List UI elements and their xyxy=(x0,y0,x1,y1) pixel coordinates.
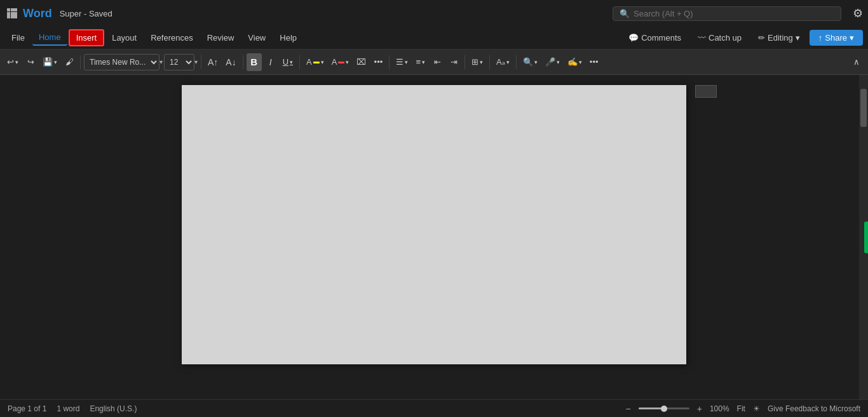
zoom-slider-track[interactable] xyxy=(639,407,689,409)
toolbar-separator-4 xyxy=(299,55,300,69)
right-menu-btns: 💬 Comments 〰 Catch up ✏ Editing ▾ ↑ Shar… xyxy=(621,29,863,46)
svg-rect-2 xyxy=(14,8,17,11)
search-bar[interactable]: 🔍 xyxy=(613,6,841,21)
expand-toolbar-button[interactable]: ••• xyxy=(587,53,602,71)
more-options-button[interactable]: ••• xyxy=(370,53,386,71)
italic-button[interactable]: I xyxy=(263,53,278,71)
toolbar-separator-3 xyxy=(243,55,243,69)
editing-button[interactable]: ✏ Editing ▾ xyxy=(751,29,807,46)
increase-font-button[interactable]: A↑ xyxy=(205,53,221,71)
catchup-icon: 〰 xyxy=(698,33,706,43)
editing-chevron: ▾ xyxy=(796,33,800,43)
decrease-indent-icon: ⇤ xyxy=(434,57,441,67)
search-input[interactable] xyxy=(634,9,834,18)
search-icon: 🔍 xyxy=(620,9,630,18)
decrease-font-button[interactable]: A↓ xyxy=(222,53,239,71)
styles-icon: Aₐ xyxy=(496,57,505,67)
align-chevron: ▾ xyxy=(480,59,483,65)
dictate-chevron: ▾ xyxy=(557,59,560,65)
comments-button[interactable]: 💬 Comments xyxy=(621,29,688,46)
align-button[interactable]: ⊞ ▾ xyxy=(468,53,486,71)
save-button[interactable]: 💾 ▾ xyxy=(39,53,60,71)
find-button[interactable]: 🔍 ▾ xyxy=(520,53,541,71)
underline-button[interactable]: U ▾ xyxy=(280,53,296,71)
toolbar-separator-1 xyxy=(80,55,81,69)
feedback-label[interactable]: Give Feedback to Microsoft xyxy=(768,404,860,413)
clear-format-button[interactable]: ⌧ xyxy=(353,53,369,71)
collapse-toolbar-button[interactable]: ∧ xyxy=(849,53,864,71)
zoom-minus[interactable]: − xyxy=(626,404,631,414)
numbered-list-icon: ≡ xyxy=(416,57,421,67)
clear-format-icon: ⌧ xyxy=(356,57,366,67)
svg-rect-1 xyxy=(11,8,14,11)
toolbar-separator-7 xyxy=(489,55,490,69)
brightness-icon[interactable]: ☀ xyxy=(753,404,760,413)
zoom-plus[interactable]: + xyxy=(697,404,702,414)
menu-review[interactable]: Review xyxy=(201,30,241,45)
document-page[interactable] xyxy=(182,85,686,364)
font-family-select[interactable]: Times New Ro... xyxy=(84,54,159,70)
redo-button[interactable]: ↪ xyxy=(23,53,38,71)
menu-help[interactable]: Help xyxy=(273,30,303,45)
highlight-chevron: ▾ xyxy=(321,59,324,65)
title-bar: Word Super - Saved 🔍 ⚙ xyxy=(0,0,868,27)
svg-rect-6 xyxy=(7,15,10,18)
editor-chevron: ▾ xyxy=(579,59,582,65)
document-area xyxy=(0,75,868,399)
scrollbar-thumb[interactable] xyxy=(860,89,867,127)
menu-home[interactable]: Home xyxy=(32,30,67,46)
styles-button[interactable]: Aₐ ▾ xyxy=(493,53,513,71)
page-count: Page 1 of 1 xyxy=(8,404,46,413)
italic-icon: I xyxy=(269,57,272,67)
font-family-chevron: ▾ xyxy=(159,58,163,65)
bullet-chevron: ▾ xyxy=(405,59,408,65)
toolbar-separator-6 xyxy=(465,55,465,69)
undo-button[interactable]: ↩ ▾ xyxy=(4,53,22,71)
fit-button[interactable]: Fit xyxy=(737,404,745,413)
app-name: Word xyxy=(23,7,52,20)
menu-view[interactable]: View xyxy=(241,30,272,45)
align-icon: ⊞ xyxy=(471,57,478,67)
editor-button[interactable]: ✍ ▾ xyxy=(564,53,585,71)
toolbar-separator-8 xyxy=(516,55,517,69)
find-chevron: ▾ xyxy=(534,59,538,65)
find-icon: 🔍 xyxy=(523,57,533,67)
decrease-indent-button[interactable]: ⇤ xyxy=(430,53,445,71)
toolbar: ↩ ▾ ↪ 💾 ▾ 🖌 Times New Ro... ▾ 12 ▾ A↑ A↓… xyxy=(0,50,868,75)
zoom-slider-fill xyxy=(639,407,664,409)
increase-font-icon: A↑ xyxy=(208,57,218,67)
underline-chevron: ▾ xyxy=(290,59,293,65)
zoom-slider-thumb[interactable] xyxy=(661,406,667,412)
menu-references[interactable]: References xyxy=(144,30,199,45)
menu-insert[interactable]: Insert xyxy=(69,29,105,46)
grid-icon[interactable] xyxy=(5,6,19,20)
share-button[interactable]: ↑ Share ▾ xyxy=(810,30,863,46)
more-icon: ••• xyxy=(374,57,383,67)
menu-bar: File Home Insert Layout References Revie… xyxy=(0,27,868,50)
bullet-list-button[interactable]: ☰ ▾ xyxy=(393,53,411,71)
highlight-button[interactable]: A ▾ xyxy=(303,53,327,71)
decrease-font-icon: A↓ xyxy=(226,57,236,67)
font-color xyxy=(338,62,344,63)
language: English (U.S.) xyxy=(90,404,137,413)
menu-layout[interactable]: Layout xyxy=(105,30,143,45)
styles-chevron: ▾ xyxy=(506,59,510,65)
font-color-button[interactable]: A ▾ xyxy=(329,53,353,71)
dictate-button[interactable]: 🎤 ▾ xyxy=(542,53,563,71)
editing-icon: ✏ xyxy=(758,33,765,43)
svg-rect-8 xyxy=(14,15,17,18)
doc-title: Super - Saved xyxy=(60,9,112,18)
settings-icon[interactable]: ⚙ xyxy=(853,6,863,20)
green-accent xyxy=(864,222,868,253)
numbered-list-button[interactable]: ≡ ▾ xyxy=(412,53,428,71)
menu-file[interactable]: File xyxy=(5,30,31,45)
underline-icon: U xyxy=(283,57,288,67)
catchup-button[interactable]: 〰 Catch up xyxy=(691,29,749,46)
font-size-select[interactable]: 12 xyxy=(164,54,194,70)
save-chevron: ▾ xyxy=(54,59,57,65)
svg-rect-4 xyxy=(11,12,14,15)
bold-button[interactable]: B xyxy=(247,53,262,71)
comment-icon: 💬 xyxy=(628,33,639,43)
increase-indent-button[interactable]: ⇥ xyxy=(446,53,461,71)
format-painter-button[interactable]: 🖌 xyxy=(62,53,77,71)
